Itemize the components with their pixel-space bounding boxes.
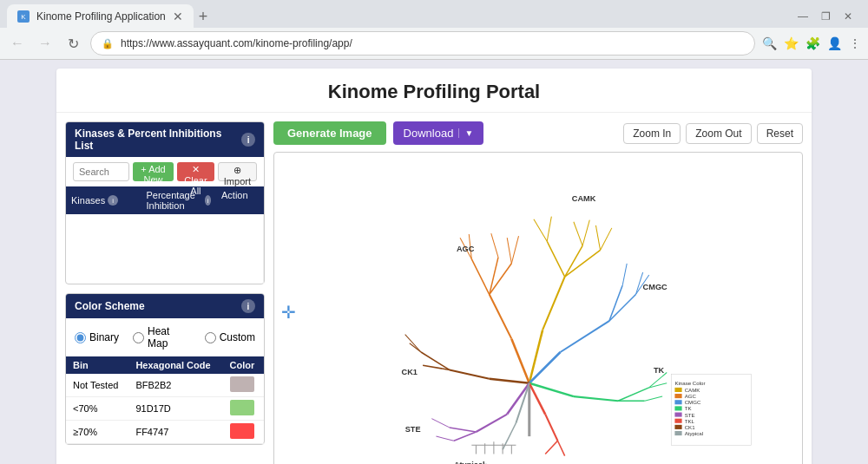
profile-icon[interactable]: 👤: [827, 36, 842, 50]
color-col-header: Color: [223, 356, 264, 374]
svg-line-37: [410, 343, 421, 352]
download-arrow-icon[interactable]: ▼: [458, 128, 473, 138]
color-swatch: [230, 400, 254, 415]
svg-text:TK: TK: [685, 405, 693, 411]
color-cell: [223, 397, 264, 421]
color-swatch: [230, 423, 254, 439]
new-tab-button[interactable]: +: [194, 9, 214, 24]
color-table-row: Not Tested BFB2B2: [66, 374, 264, 397]
svg-line-47: [574, 396, 618, 401]
app-title: Kinome Profiling Portal: [56, 69, 812, 113]
bookmark-icon[interactable]: ⭐: [784, 36, 799, 50]
color-swatch: [230, 376, 254, 392]
svg-text:TK: TK: [654, 366, 665, 375]
menu-icon[interactable]: ⋮: [849, 36, 861, 50]
maximize-button[interactable]: ❐: [819, 10, 832, 23]
svg-rect-74: [674, 400, 681, 404]
svg-line-40: [476, 415, 507, 432]
color-cell: [223, 421, 264, 444]
svg-line-27: [609, 285, 622, 321]
url-bar[interactable]: 🔒 https://www.assayquant.com/kinome-prof…: [90, 31, 755, 56]
svg-line-4: [565, 245, 582, 277]
svg-line-43: [431, 419, 449, 428]
svg-line-13: [511, 339, 529, 383]
svg-line-5: [565, 250, 601, 277]
hex-cell: FF4747: [128, 421, 222, 444]
forward-button[interactable]: →: [35, 33, 56, 54]
kinases-col-info-icon[interactable]: i: [108, 195, 118, 206]
binary-radio-label[interactable]: Binary: [75, 331, 119, 343]
kinome-tree-svg: CAMK AGC: [274, 153, 802, 464]
svg-text:AGC: AGC: [685, 393, 697, 399]
clear-all-button[interactable]: ✕ Clear All: [177, 162, 214, 181]
svg-rect-72: [674, 394, 681, 398]
add-new-button[interactable]: + Add New: [133, 162, 174, 181]
svg-rect-84: [674, 431, 681, 435]
heatmap-radio[interactable]: [133, 332, 144, 343]
bin-cell: Not Tested: [66, 374, 128, 397]
search-icon[interactable]: 🔍: [762, 36, 777, 50]
color-scheme-panel-header: Color Scheme i: [66, 294, 264, 318]
color-scheme-section: Color Scheme i Binary Heat Map: [65, 293, 265, 445]
kinases-col-header: Kinases i: [66, 186, 141, 214]
svg-line-57: [557, 441, 564, 455]
svg-line-60: [503, 423, 516, 450]
percentage-col-info-icon[interactable]: i: [205, 195, 211, 206]
tab-bar: K Kinome Profiling Application ✕ + — ❐ ✕: [0, 0, 868, 28]
svg-line-44: [436, 436, 453, 441]
download-button[interactable]: Download ▼: [393, 121, 484, 145]
color-table-row: ≥70% FF4747: [66, 421, 264, 444]
browser-chrome: K Kinome Profiling Application ✕ + — ❐ ✕…: [0, 0, 868, 60]
binary-radio[interactable]: [75, 332, 86, 343]
svg-line-11: [601, 228, 612, 251]
svg-line-48: [618, 388, 649, 401]
svg-line-42: [454, 432, 477, 441]
svg-line-29: [635, 272, 642, 295]
svg-line-55: [545, 415, 557, 441]
reset-button[interactable]: Reset: [757, 123, 803, 144]
svg-line-10: [595, 225, 600, 251]
heatmap-radio-label[interactable]: Heat Map: [133, 325, 191, 350]
svg-line-36: [405, 335, 421, 352]
refresh-button[interactable]: ↻: [62, 33, 83, 54]
generate-image-button[interactable]: Generate Image: [273, 121, 386, 145]
bin-cell: <70%: [66, 397, 128, 421]
zoom-out-button[interactable]: Zoom Out: [686, 123, 751, 144]
svg-line-33: [450, 369, 490, 378]
custom-radio[interactable]: [205, 332, 216, 343]
extension-icon[interactable]: 🧩: [806, 36, 820, 50]
svg-rect-80: [674, 419, 681, 423]
kinases-info-icon[interactable]: i: [241, 133, 255, 147]
zoom-in-button[interactable]: Zoom In: [623, 123, 681, 144]
active-tab[interactable]: K Kinome Profiling Application ✕: [7, 4, 194, 29]
app-container: Kinome Profiling Portal Kinases & Percen…: [0, 60, 868, 464]
custom-radio-label[interactable]: Custom: [205, 331, 255, 343]
tab-close-button[interactable]: ✕: [173, 10, 183, 23]
svg-rect-78: [674, 413, 681, 417]
address-bar: ← → ↻ 🔒 https://www.assayquant.com/kinom…: [0, 28, 868, 59]
minimize-button[interactable]: —: [797, 10, 809, 23]
svg-line-32: [490, 379, 529, 383]
action-bar: Generate Image Download ▼ Zoom In Zoom O…: [273, 121, 803, 145]
svg-text:CK1: CK1: [402, 368, 418, 376]
search-input[interactable]: [73, 162, 129, 181]
kinases-panel-title: Kinases & Percent Inhibitions List: [75, 127, 241, 152]
zoom-controls: Zoom In Zoom Out Reset: [623, 123, 803, 144]
kinome-canvas[interactable]: ✛: [273, 152, 803, 464]
svg-rect-76: [674, 406, 681, 410]
app-body: Kinases & Percent Inhibitions List i + A…: [56, 113, 812, 464]
svg-line-41: [450, 428, 477, 432]
tab-favicon: K: [17, 10, 30, 23]
svg-text:CAMK: CAMK: [685, 387, 701, 393]
svg-text:CMGC: CMGC: [643, 283, 667, 291]
import-button[interactable]: ⊕ Import: [218, 162, 257, 181]
hex-col-header: Hexagonal Code: [128, 356, 222, 374]
svg-line-26: [609, 295, 636, 322]
kinases-table-body[interactable]: [66, 214, 264, 284]
color-scheme-info-icon[interactable]: i: [241, 299, 255, 313]
close-button[interactable]: ✕: [842, 10, 854, 23]
svg-line-56: [545, 441, 557, 454]
back-button[interactable]: ←: [7, 33, 28, 54]
window-controls: — ❐ ✕: [797, 10, 861, 23]
app-inner: Kinome Profiling Portal Kinases & Percen…: [56, 69, 812, 464]
